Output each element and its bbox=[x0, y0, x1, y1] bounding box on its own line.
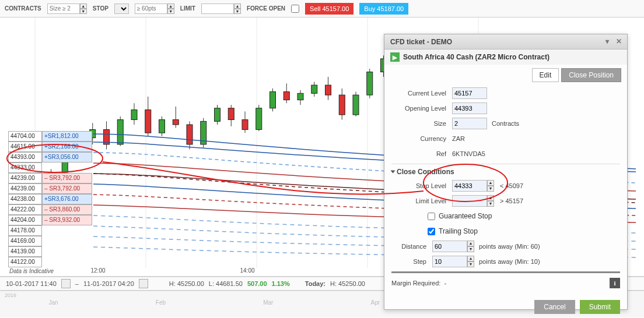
sell-button[interactable]: Sell 45157.00 bbox=[305, 3, 354, 15]
level-price: 44239.00 bbox=[8, 183, 42, 194]
ref-value: 6KTNVDA5 bbox=[452, 150, 485, 157]
contracts-label: CONTRACTS bbox=[5, 5, 41, 12]
level-row: 44204.00– SR3,932.00 bbox=[8, 215, 92, 225]
margin-label: Margin Required: bbox=[391, 280, 440, 287]
stop-input[interactable] bbox=[135, 3, 167, 14]
chevron-up-icon[interactable]: ▲ bbox=[467, 241, 474, 246]
minimize-icon[interactable]: ▾ bbox=[603, 37, 612, 47]
close-conditions-header[interactable]: Close Conditions bbox=[391, 164, 620, 178]
chevron-up-icon[interactable]: ▲ bbox=[234, 3, 241, 9]
trailing-stop-checkbox[interactable] bbox=[428, 228, 435, 235]
level-sr: +SR3,056.00 bbox=[42, 152, 92, 162]
svg-rect-24 bbox=[145, 110, 151, 133]
svg-rect-38 bbox=[242, 120, 248, 130]
current-level-field bbox=[452, 87, 487, 99]
contracts-input[interactable] bbox=[47, 3, 80, 14]
svg-rect-42 bbox=[270, 91, 276, 108]
chevron-up-icon[interactable]: ▲ bbox=[487, 195, 494, 201]
stat-high: H: 45250.00 bbox=[169, 280, 204, 287]
stop-stepper[interactable]: ▲▼ bbox=[135, 3, 174, 14]
level-row: 44239.00– SR3,792.00 bbox=[8, 173, 92, 183]
tab-edit[interactable]: Edit bbox=[532, 68, 559, 82]
tab-close-position[interactable]: Close Position bbox=[561, 68, 621, 82]
level-row: 44393.00+SR3,056.00 bbox=[8, 152, 92, 162]
level-price: 44238.00 bbox=[8, 194, 42, 204]
chevron-down-icon[interactable]: ▼ bbox=[467, 246, 474, 252]
level-row: 44169.00 bbox=[8, 236, 92, 246]
distance-field[interactable] bbox=[432, 241, 467, 252]
today-label: Today: bbox=[305, 280, 326, 287]
opening-level-label: Opening Level bbox=[391, 105, 452, 112]
limit-level-hint: > 45157 bbox=[500, 197, 523, 204]
level-row: 44122.00 bbox=[8, 257, 92, 267]
chevron-up-icon[interactable]: ▲ bbox=[487, 180, 494, 186]
svg-rect-36 bbox=[228, 108, 234, 120]
svg-rect-52 bbox=[339, 95, 345, 115]
stop-level-label: Stop Level bbox=[391, 182, 452, 189]
limit-input[interactable] bbox=[201, 3, 234, 14]
stat-change: 507.00 bbox=[247, 280, 267, 287]
force-open-label: FORCE OPEN bbox=[247, 5, 285, 12]
dialog-titlebar[interactable]: CFD ticket - DEMO ▾ ✕ bbox=[384, 34, 627, 50]
step-field[interactable] bbox=[432, 256, 467, 267]
level-sr: +SR2,168.00 bbox=[42, 142, 92, 152]
currency-label: Currency bbox=[391, 135, 452, 142]
mini-year: 2016 bbox=[5, 292, 16, 298]
cancel-button[interactable]: Cancel bbox=[534, 300, 575, 314]
mini-month: Apr bbox=[371, 299, 380, 306]
close-icon[interactable]: ✕ bbox=[614, 37, 624, 47]
chevron-up-icon[interactable]: ▲ bbox=[80, 3, 87, 9]
level-price: 44393.00 bbox=[8, 152, 42, 162]
level-row: 44178.00 bbox=[8, 225, 92, 236]
svg-rect-56 bbox=[367, 72, 373, 96]
range-from: 10-01-2017 11:40 bbox=[6, 280, 57, 287]
size-field[interactable] bbox=[452, 118, 487, 129]
stop-type-select[interactable] bbox=[114, 3, 129, 14]
limit-stepper[interactable]: ▲▼ bbox=[201, 3, 241, 14]
calendar-icon[interactable] bbox=[139, 279, 148, 288]
level-sr: – SR3,792.00 bbox=[42, 183, 92, 194]
stat-pct: 1.13% bbox=[272, 280, 290, 287]
level-price: 44122.00 bbox=[8, 257, 42, 267]
level-price: 44169.00 bbox=[8, 236, 42, 246]
level-price: 44333.00 bbox=[8, 162, 42, 173]
instrument-name: South Africa 40 Cash (ZAR2 Micro Contrac… bbox=[403, 53, 550, 61]
chevron-up-icon[interactable]: ▲ bbox=[467, 256, 474, 262]
chevron-down-icon[interactable]: ▼ bbox=[167, 9, 174, 14]
chevron-down-icon[interactable]: ▼ bbox=[487, 201, 494, 207]
buy-button[interactable]: Buy 45187.00 bbox=[359, 3, 408, 15]
level-price: 44222.00 bbox=[8, 204, 42, 215]
stop-level-field[interactable] bbox=[452, 180, 487, 192]
margin-value: - bbox=[444, 280, 447, 287]
level-row: 44239.00– SR3,792.00 bbox=[8, 183, 92, 194]
chevron-down-icon[interactable]: ▼ bbox=[467, 262, 474, 267]
play-icon[interactable]: ▶ bbox=[390, 52, 400, 62]
chevron-up-icon[interactable]: ▲ bbox=[167, 3, 174, 9]
contracts-stepper[interactable]: ▲▼ bbox=[47, 3, 87, 14]
info-icon[interactable]: i bbox=[610, 278, 620, 288]
chevron-down-icon[interactable]: ▼ bbox=[234, 9, 241, 14]
step-suffix: points away (Min: 10) bbox=[479, 258, 540, 265]
level-sr: – SR3,932.00 bbox=[42, 215, 92, 225]
force-open-checkbox[interactable] bbox=[291, 5, 299, 13]
svg-rect-46 bbox=[298, 93, 303, 100]
dialog-title: CFD ticket - DEMO bbox=[390, 38, 452, 46]
level-row: 44615.00+SR2,168.00 bbox=[8, 142, 92, 152]
limit-level-field[interactable] bbox=[452, 195, 487, 207]
svg-rect-50 bbox=[326, 85, 331, 95]
opening-level-field bbox=[452, 103, 487, 114]
caret-down-icon bbox=[391, 171, 396, 174]
chevron-down-icon[interactable]: ▼ bbox=[80, 9, 87, 14]
mini-month: Jan bbox=[49, 299, 58, 306]
level-row: 44222.00– SR3,860.00 bbox=[8, 204, 92, 215]
guaranteed-stop-label: Guaranteed Stop bbox=[439, 212, 492, 220]
step-label: Step bbox=[391, 258, 432, 265]
mini-month: Feb bbox=[156, 299, 166, 306]
current-level-label: Current Level bbox=[391, 90, 452, 97]
level-price: 44204.00 bbox=[8, 215, 42, 225]
submit-button[interactable]: Submit bbox=[580, 300, 620, 314]
stat-low: L: 44681.50 bbox=[209, 280, 243, 287]
calendar-icon[interactable] bbox=[61, 279, 71, 288]
chevron-down-icon[interactable]: ▼ bbox=[487, 186, 494, 192]
guaranteed-stop-checkbox[interactable] bbox=[428, 213, 435, 220]
